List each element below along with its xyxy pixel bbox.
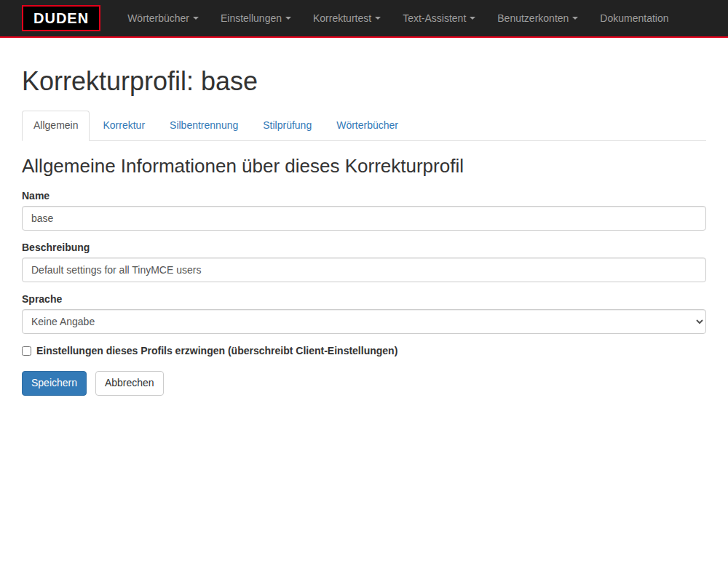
form-actions: Speichern Abbrechen <box>22 371 706 396</box>
cancel-button[interactable]: Abbrechen <box>95 371 164 396</box>
description-input[interactable] <box>22 258 706 282</box>
tab-woerterbuecher[interactable]: Wörterbücher <box>325 111 410 141</box>
tab-silbentrennung[interactable]: Silbentrennung <box>158 111 250 141</box>
caret-down-icon <box>193 17 199 20</box>
save-button[interactable]: Speichern <box>22 371 87 396</box>
enforce-settings-label[interactable]: Einstellungen dieses Profils erzwingen (… <box>36 345 397 356</box>
nav-item-benutzerkonten[interactable]: Benutzerkonten <box>486 0 589 36</box>
tab-korrektur[interactable]: Korrektur <box>91 111 157 141</box>
language-field-group: Sprache Keine Angabe <box>22 293 706 334</box>
nav-item-korrekturtest[interactable]: Korrekturtest <box>302 0 392 36</box>
nav-item-dokumentation[interactable]: Dokumentation <box>589 0 679 36</box>
main-content: Korrekturprofil: base Allgemein Korrektu… <box>11 67 717 396</box>
caret-down-icon <box>470 17 475 20</box>
caret-down-icon <box>572 17 578 20</box>
tab-allgemein[interactable]: Allgemein <box>22 111 90 141</box>
top-navbar: DUDEN Wörterbücher Einstellungen Korrekt… <box>0 0 728 38</box>
nav-item-einstellungen[interactable]: Einstellungen <box>210 0 302 36</box>
enforce-settings-checkbox[interactable] <box>22 346 31 356</box>
profile-tabs: Allgemein Korrektur Silbentrennung Stilp… <box>22 111 706 141</box>
enforce-settings-row: Einstellungen dieses Profils erzwingen (… <box>22 345 706 356</box>
language-label: Sprache <box>22 293 62 305</box>
caret-down-icon <box>285 17 291 20</box>
page-title: Korrekturprofil: base <box>22 67 706 96</box>
section-heading: Allgemeine Informationen über dieses Kor… <box>22 156 706 178</box>
description-field-group: Beschreibung <box>22 242 706 282</box>
navbar-menu: Wörterbücher Einstellungen Korrekturtest… <box>116 0 679 36</box>
caret-down-icon <box>375 17 381 20</box>
nav-item-woerterbuecher[interactable]: Wörterbücher <box>116 0 210 36</box>
name-label: Name <box>22 190 50 202</box>
description-label: Beschreibung <box>22 242 90 253</box>
nav-item-text-assistent[interactable]: Text-Assistent <box>392 0 486 36</box>
name-input[interactable] <box>22 206 706 231</box>
duden-logo[interactable]: DUDEN <box>22 5 100 31</box>
name-field-group: Name <box>22 190 706 231</box>
profile-form: Name Beschreibung Sprache Keine Angabe E… <box>22 190 706 396</box>
tab-stilpruefung[interactable]: Stilprüfung <box>251 111 323 141</box>
language-select[interactable]: Keine Angabe <box>22 309 706 334</box>
